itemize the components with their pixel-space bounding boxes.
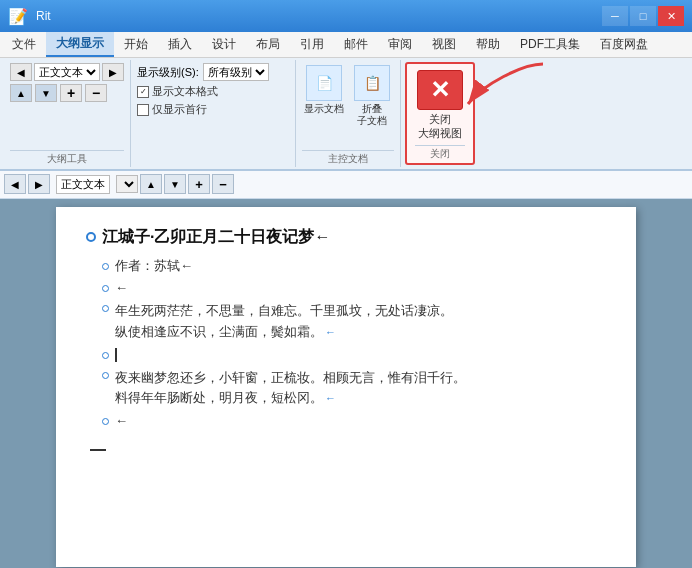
outline-tools-body: ◀ 正文文本 ▶ ▲ ▼ + −	[10, 63, 124, 148]
menu-start[interactable]: 开始	[114, 32, 158, 57]
display-body: 显示级别(S): 所有级别 ✓ 显示文本格式 仅显示首行	[137, 63, 289, 151]
doc-line-verse1: 年生死两茫茫，不思量，自难忘。千里孤坟，无处话凄凉。纵使相逢应不识，尘满面，鬓如…	[102, 301, 606, 343]
style-dropdown[interactable]	[116, 175, 138, 193]
level-decrease-button[interactable]: ◀	[10, 63, 32, 81]
ribbon-group-close: ✕ 关闭 大纲视图 关闭	[405, 62, 475, 165]
collapse-button[interactable]: −	[85, 84, 107, 102]
fold-doc-button[interactable]: 📋 折叠 子文档	[350, 63, 394, 129]
verse2-text: 夜来幽梦忽还乡，小轩窗，正梳妆。相顾无言，惟有泪千行。料得年年肠断处，明月夜，短…	[115, 368, 466, 410]
show-first-line-text: 仅显示首行	[152, 102, 207, 117]
show-doc-icon: 📄	[306, 65, 342, 101]
empty2-bullet	[102, 352, 109, 359]
doc-line-empty2	[102, 345, 606, 366]
toolbar-minus-button[interactable]: −	[212, 174, 234, 194]
menu-design[interactable]: 设计	[202, 32, 246, 57]
menu-help[interactable]: 帮助	[466, 32, 510, 57]
menu-bar: 文件 大纲显示 开始 插入 设计 布局 引用 邮件 审阅 视图 帮助 PDF工具…	[0, 32, 692, 58]
level-select[interactable]: 正文文本	[34, 63, 100, 81]
show-text-format-label[interactable]: ✓ 显示文本格式	[137, 84, 218, 99]
fold-doc-label: 折叠 子文档	[357, 103, 387, 127]
minimize-button[interactable]: ─	[602, 6, 628, 26]
show-first-line-checkbox[interactable]	[137, 104, 149, 116]
master-doc-label: 主控文档	[302, 150, 394, 166]
window-close-button[interactable]: ✕	[658, 6, 684, 26]
menu-layout[interactable]: 布局	[246, 32, 290, 57]
title-text: Rit	[36, 9, 51, 23]
document-page: 江城子·乙卯正月二十日夜记梦← 作者：苏轼← ← 年生死两茫茫，不思量，自难忘。…	[56, 207, 636, 567]
title-controls: ─ □ ✕	[602, 6, 684, 26]
menu-outline[interactable]: 大纲显示	[46, 32, 114, 57]
close-outline-icon: ✕	[417, 70, 463, 110]
maximize-button[interactable]: □	[630, 6, 656, 26]
verse2-bullet	[102, 372, 109, 379]
toolbar-back-button[interactable]: ◀	[4, 174, 26, 194]
show-doc-label: 显示文档	[304, 103, 344, 115]
menu-mail[interactable]: 邮件	[334, 32, 378, 57]
title-bullet	[86, 232, 96, 242]
ribbon-group-outline-tools: ◀ 正文文本 ▶ ▲ ▼ + − 大纲工具	[4, 60, 131, 167]
move-down-button[interactable]: ▼	[35, 84, 57, 102]
close-group-label: 关闭	[415, 145, 465, 161]
show-first-line-label[interactable]: 仅显示首行	[137, 102, 207, 117]
close-body: ✕ 关闭 大纲视图	[415, 68, 465, 143]
author-text: 作者：苏轼←	[115, 256, 193, 277]
secondary-toolbar: ◀ ▶ 正文文本 ▲ ▼ + −	[0, 171, 692, 199]
ribbon: ◀ 正文文本 ▶ ▲ ▼ + − 大纲工具	[0, 58, 692, 171]
level-increase-button[interactable]: ▶	[102, 63, 124, 81]
toolbar-up-button[interactable]: ▲	[140, 174, 162, 194]
menu-review[interactable]: 审阅	[378, 32, 422, 57]
document-area: 江城子·乙卯正月二十日夜记梦← 作者：苏轼← ← 年生死两茫茫，不思量，自难忘。…	[0, 199, 692, 568]
menu-baidu[interactable]: 百度网盘	[590, 32, 658, 57]
show-doc-button[interactable]: 📄 显示文档	[302, 63, 346, 117]
toolbar-plus-button[interactable]: +	[188, 174, 210, 194]
x-icon: ✕	[430, 76, 450, 104]
menu-file[interactable]: 文件	[2, 32, 46, 57]
menu-view[interactable]: 视图	[422, 32, 466, 57]
doc-line-empty1: ←	[102, 278, 606, 299]
close-outline-button[interactable]: ✕ 关闭 大纲视图	[415, 68, 465, 143]
close-outline-label: 关闭 大纲视图	[418, 112, 462, 141]
title-bar: 📝 Rit ─ □ ✕	[0, 0, 692, 32]
toolbar-down-button[interactable]: ▼	[164, 174, 186, 194]
show-text-format-checkbox[interactable]: ✓	[137, 86, 149, 98]
cursor-indicator	[90, 440, 606, 454]
style-selector[interactable]: 正文文本	[56, 175, 110, 194]
cursor-dash	[90, 449, 106, 451]
master-body: 📄 显示文档 📋 折叠 子文档	[302, 63, 394, 148]
verse1-bullet	[102, 305, 109, 312]
nav-arrows-row: ▲ ▼ + −	[10, 84, 124, 102]
empty1-text: ←	[115, 278, 128, 299]
show-text-format-text: 显示文本格式	[152, 84, 218, 99]
doc-line-empty3: ←	[102, 411, 606, 432]
doc-line-verse2: 夜来幽梦忽还乡，小轩窗，正梳妆。相顾无言，惟有泪千行。料得年年肠断处，明月夜，短…	[102, 368, 606, 410]
doc-title-line: 江城子·乙卯正月二十日夜记梦←	[86, 227, 606, 254]
empty3-bullet	[102, 418, 109, 425]
fold-doc-icon: 📋	[354, 65, 390, 101]
outline-tools-label: 大纲工具	[10, 150, 124, 166]
doc-title-text: 江城子·乙卯正月二十日夜记梦←	[102, 227, 330, 248]
doc-line-author: 作者：苏轼←	[102, 256, 606, 277]
move-up-button[interactable]: ▲	[10, 84, 32, 102]
expand-button[interactable]: +	[60, 84, 82, 102]
menu-pdf[interactable]: PDF工具集	[510, 32, 590, 57]
menu-insert[interactable]: 插入	[158, 32, 202, 57]
arrow-annotation	[463, 54, 553, 137]
outline-nav-controls: ◀ 正文文本 ▶ ▲ ▼ + −	[10, 63, 124, 102]
show-level-select[interactable]: 所有级别	[203, 63, 269, 81]
author-bullet	[102, 263, 109, 270]
level-row: ◀ 正文文本 ▶	[10, 63, 124, 81]
empty2-text	[115, 345, 117, 366]
app-window: 📝 Rit ─ □ ✕ 文件 大纲显示 开始 插入 设计 布局 引用 邮件 审阅…	[0, 0, 692, 568]
empty1-bullet	[102, 285, 109, 292]
toolbar-forward-button[interactable]: ▶	[28, 174, 50, 194]
show-level-label: 显示级别(S):	[137, 65, 199, 80]
ribbon-group-master: 📄 显示文档 📋 折叠 子文档 主控文档	[296, 60, 401, 167]
ribbon-group-display: 显示级别(S): 所有级别 ✓ 显示文本格式 仅显示首行 _	[131, 60, 296, 167]
show-level-row: 显示级别(S): 所有级别	[137, 63, 269, 81]
empty3-text: ←	[115, 411, 128, 432]
verse1-text: 年生死两茫茫，不思量，自难忘。千里孤坟，无处话凄凉。纵使相逢应不识，尘满面，鬓如…	[115, 301, 453, 343]
menu-cite[interactable]: 引用	[290, 32, 334, 57]
